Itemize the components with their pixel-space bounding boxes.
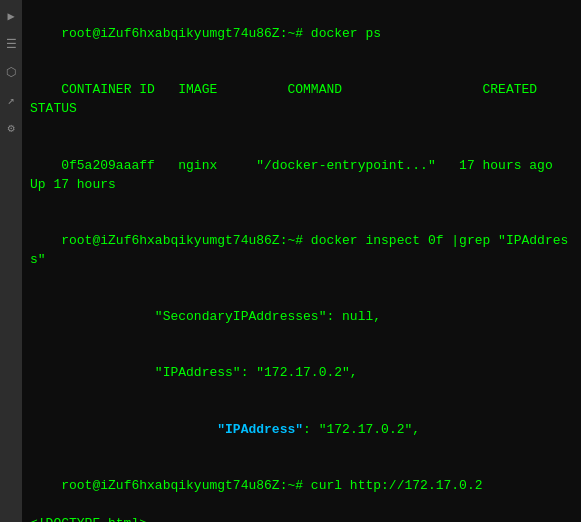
prompt: root@iZuf6hxabqikyumgt74u86Z:~# bbox=[61, 26, 311, 41]
terminal[interactable]: root@iZuf6hxabqikyumgt74u86Z:~# docker p… bbox=[22, 0, 581, 522]
output-text: <!DOCTYPE html> bbox=[30, 516, 147, 522]
prompt: root@iZuf6hxabqikyumgt74u86Z:~# bbox=[61, 233, 311, 248]
terminal-line: "SecondaryIPAddresses": null, bbox=[30, 289, 573, 346]
output-text: : "172.17.0.2", bbox=[303, 422, 420, 437]
terminal-line: "IPAddress": "172.17.0.2", bbox=[30, 402, 573, 459]
output-text: 0f5a209aaaff nginx "/docker-entrypoint..… bbox=[30, 158, 581, 192]
output-text: CONTAINER ID IMAGE COMMAND CREATED STATU… bbox=[30, 82, 581, 116]
output-text: "SecondaryIPAddresses": null, bbox=[61, 309, 381, 324]
prompt: root@iZuf6hxabqikyumgt74u86Z:~# bbox=[61, 478, 311, 493]
output-text bbox=[61, 422, 217, 437]
terminal-line: "IPAddress": "172.17.0.2", bbox=[30, 345, 573, 402]
terminal-line: <!DOCTYPE html> bbox=[30, 515, 573, 522]
command-text: docker ps bbox=[311, 26, 381, 41]
sidebar-icon-5[interactable]: ⚙ bbox=[3, 120, 19, 136]
terminal-line: root@iZuf6hxabqikyumgt74u86Z:~# curl htt… bbox=[30, 458, 573, 515]
highlight-ip: "IPAddress" bbox=[217, 422, 303, 437]
sidebar-icon-1[interactable]: ▶ bbox=[3, 8, 19, 24]
terminal-line: root@iZuf6hxabqikyumgt74u86Z:~# docker p… bbox=[30, 6, 573, 63]
terminal-line: CONTAINER ID IMAGE COMMAND CREATED STATU… bbox=[30, 63, 573, 138]
sidebar-icon-2[interactable]: ☰ bbox=[3, 36, 19, 52]
output-text: "IPAddress": "172.17.0.2", bbox=[61, 365, 357, 380]
terminal-line: root@iZuf6hxabqikyumgt74u86Z:~# docker i… bbox=[30, 213, 573, 288]
sidebar-icon-3[interactable]: ⬡ bbox=[3, 64, 19, 80]
terminal-line: 0f5a209aaaff nginx "/docker-entrypoint..… bbox=[30, 138, 573, 213]
sidebar: ▶ ☰ ⬡ ↗ ⚙ bbox=[0, 0, 22, 522]
command-text: curl http://172.17.0.2 bbox=[311, 478, 483, 493]
sidebar-icon-4[interactable]: ↗ bbox=[3, 92, 19, 108]
